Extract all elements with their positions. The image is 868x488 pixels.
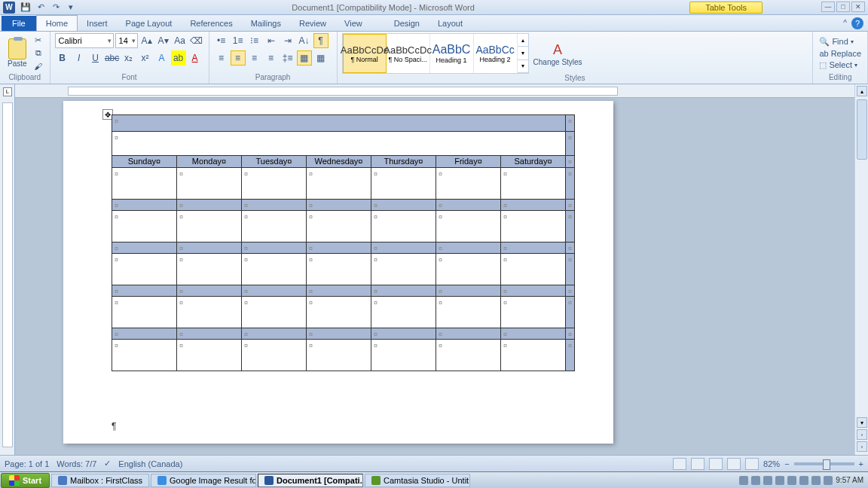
- tab-selector[interactable]: L: [3, 87, 12, 96]
- paste-button[interactable]: Paste: [5, 37, 30, 69]
- style-gallery[interactable]: AaBbCcDc ¶ Normal AaBbCcDc ¶ No Spaci...…: [342, 33, 529, 74]
- full-screen-view-icon[interactable]: [691, 458, 704, 470]
- redo-icon[interactable]: ↷: [50, 2, 62, 14]
- close-button[interactable]: ✕: [851, 2, 865, 12]
- font-name-combo[interactable]: Calibri: [55, 33, 114, 48]
- tab-references[interactable]: References: [181, 16, 241, 31]
- borders-icon[interactable]: ▦: [313, 50, 329, 66]
- start-button[interactable]: Start: [1, 473, 50, 488]
- font-color-icon[interactable]: A: [188, 50, 203, 66]
- taskbar-item-browser[interactable]: Google Image Result for ...: [151, 474, 256, 487]
- draft-view-icon[interactable]: [745, 458, 759, 470]
- underline-icon[interactable]: U: [88, 50, 103, 66]
- tray-icon[interactable]: [751, 476, 760, 485]
- cut-icon[interactable]: ✂: [32, 35, 45, 47]
- day-header-cell[interactable]: Monday¤: [177, 156, 242, 168]
- system-tray[interactable]: 9:57 AM: [735, 476, 868, 485]
- change-case-icon[interactable]: Aa: [173, 33, 188, 48]
- show-hide-icon[interactable]: ¶: [313, 33, 329, 48]
- tray-icon[interactable]: [811, 476, 821, 485]
- tab-insert[interactable]: Insert: [78, 16, 117, 31]
- day-header-cell[interactable]: Thursday¤: [371, 156, 436, 168]
- grow-font-icon[interactable]: A▴: [139, 33, 154, 48]
- print-layout-view-icon[interactable]: [673, 458, 686, 470]
- tray-icon[interactable]: [824, 476, 833, 485]
- next-page-icon[interactable]: ◦: [857, 441, 867, 452]
- strikethrough-icon[interactable]: abc: [105, 50, 120, 66]
- word-count[interactable]: Words: 7/7: [57, 459, 96, 468]
- scroll-up-icon[interactable]: ▴: [857, 86, 867, 96]
- document-page[interactable]: ✥ ¤¤ ¤¤ Sunday¤Monday¤Tuesday¤Wednesday¤…: [63, 101, 613, 444]
- font-size-combo[interactable]: 14: [115, 33, 138, 48]
- vertical-scrollbar[interactable]: ▴ ▾ ◦ ◦: [854, 84, 868, 455]
- shading-icon[interactable]: ▦: [297, 50, 312, 66]
- qat-customize-icon[interactable]: ▾: [65, 2, 77, 14]
- minimize-button[interactable]: —: [821, 2, 835, 12]
- taskbar-item-mailbox[interactable]: Mailbox : FirstClass: [51, 474, 149, 487]
- text-effects-icon[interactable]: A: [154, 50, 170, 66]
- tab-review[interactable]: Review: [290, 16, 335, 31]
- day-header-cell[interactable]: Saturday¤: [501, 156, 566, 168]
- minimize-ribbon-icon[interactable]: ^: [843, 19, 847, 27]
- tab-design[interactable]: Design: [385, 16, 429, 31]
- zoom-out-icon[interactable]: −: [784, 459, 789, 468]
- justify-icon[interactable]: ≡: [264, 50, 279, 66]
- bullets-icon[interactable]: •≡: [214, 33, 229, 48]
- shrink-font-icon[interactable]: A▾: [156, 33, 171, 48]
- tray-icon[interactable]: [775, 476, 784, 485]
- change-styles-button[interactable]: A Change Styles: [530, 39, 585, 68]
- increase-indent-icon[interactable]: ⇥: [280, 33, 295, 48]
- select-button[interactable]: ⬚Select▾: [818, 59, 863, 71]
- vertical-ruler[interactable]: L: [0, 84, 15, 455]
- help-icon[interactable]: ?: [851, 17, 863, 29]
- outline-view-icon[interactable]: [727, 458, 741, 470]
- scroll-down-icon[interactable]: ▾: [857, 417, 867, 428]
- day-header-cell[interactable]: Sunday¤: [112, 156, 177, 168]
- align-right-icon[interactable]: ≡: [247, 50, 262, 66]
- clear-formatting-icon[interactable]: ⌫: [189, 33, 204, 48]
- calendar-table[interactable]: ¤¤ ¤¤ Sunday¤Monday¤Tuesday¤Wednesday¤Th…: [112, 114, 575, 371]
- find-button[interactable]: 🔍Find▾: [818, 36, 863, 47]
- sort-icon[interactable]: A↓: [297, 33, 312, 48]
- day-header-cell[interactable]: Tuesday¤: [242, 156, 307, 168]
- tab-page-layout[interactable]: Page Layout: [117, 16, 182, 31]
- zoom-in-icon[interactable]: +: [859, 459, 863, 468]
- tray-icon[interactable]: [763, 476, 772, 485]
- gallery-more-icon[interactable]: ▾: [518, 60, 528, 73]
- language-indicator[interactable]: English (Canada): [118, 459, 182, 468]
- align-center-icon[interactable]: ≡: [231, 50, 246, 66]
- bold-icon[interactable]: B: [55, 50, 70, 66]
- tray-icon[interactable]: [787, 476, 796, 485]
- replace-button[interactable]: abReplace: [818, 48, 863, 59]
- gallery-up-icon[interactable]: ▴: [518, 34, 528, 47]
- tray-icon[interactable]: [799, 476, 808, 485]
- scroll-thumb[interactable]: [857, 99, 867, 160]
- web-layout-view-icon[interactable]: [709, 458, 723, 470]
- superscript-icon[interactable]: x²: [138, 50, 153, 66]
- tab-file[interactable]: File: [2, 16, 36, 31]
- multilevel-icon[interactable]: ⁝≡: [247, 33, 262, 48]
- save-icon[interactable]: 💾: [20, 2, 32, 14]
- page-indicator[interactable]: Page: 1 of 1: [5, 459, 49, 468]
- taskbar-item-camtasia[interactable]: Camtasia Studio - Untitle...: [365, 474, 470, 487]
- highlight-icon[interactable]: ab: [171, 50, 186, 66]
- italic-icon[interactable]: I: [72, 50, 87, 66]
- align-left-icon[interactable]: ≡: [214, 50, 229, 66]
- taskbar-item-word[interactable]: Document1 [Compati...: [258, 474, 363, 487]
- decrease-indent-icon[interactable]: ⇤: [264, 33, 279, 48]
- proofing-icon[interactable]: ✓: [104, 459, 111, 468]
- zoom-slider[interactable]: [794, 462, 854, 465]
- style-heading1[interactable]: AaBbC Heading 1: [430, 34, 474, 73]
- tab-mailings[interactable]: Mailings: [242, 16, 290, 31]
- gallery-down-icon[interactable]: ▾: [518, 47, 528, 59]
- horizontal-ruler[interactable]: [15, 84, 854, 98]
- tab-view[interactable]: View: [335, 16, 371, 31]
- subscript-icon[interactable]: x₂: [121, 50, 136, 66]
- zoom-level[interactable]: 82%: [763, 459, 780, 468]
- day-header-cell[interactable]: Wednesday¤: [307, 156, 371, 168]
- format-painter-icon[interactable]: 🖌: [32, 60, 45, 72]
- line-spacing-icon[interactable]: ‡≡: [280, 50, 295, 66]
- style-no-spacing[interactable]: AaBbCcDc ¶ No Spaci...: [387, 34, 430, 73]
- undo-icon[interactable]: ↶: [35, 2, 47, 14]
- prev-page-icon[interactable]: ◦: [857, 429, 867, 440]
